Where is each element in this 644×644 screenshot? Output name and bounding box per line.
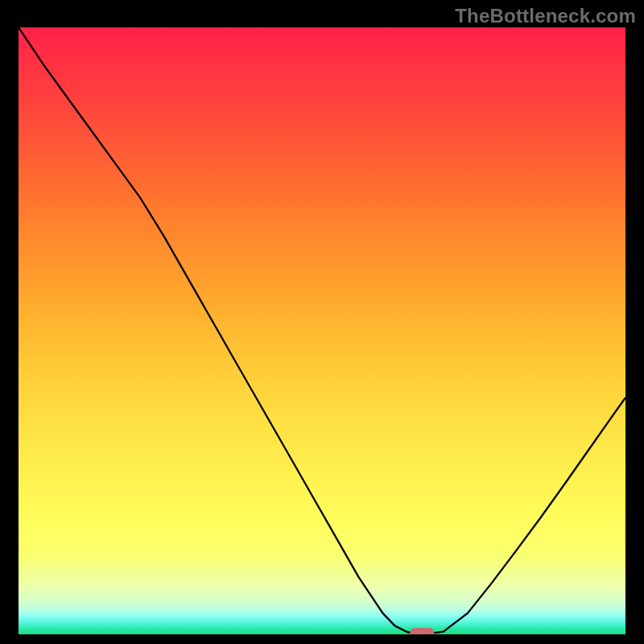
chart-overlay xyxy=(19,27,625,634)
chart-frame: TheBottleneck.com xyxy=(0,0,644,644)
bottleneck-curve xyxy=(19,27,625,634)
watermark-text: TheBottleneck.com xyxy=(455,5,636,27)
optimal-point-marker xyxy=(410,628,434,634)
